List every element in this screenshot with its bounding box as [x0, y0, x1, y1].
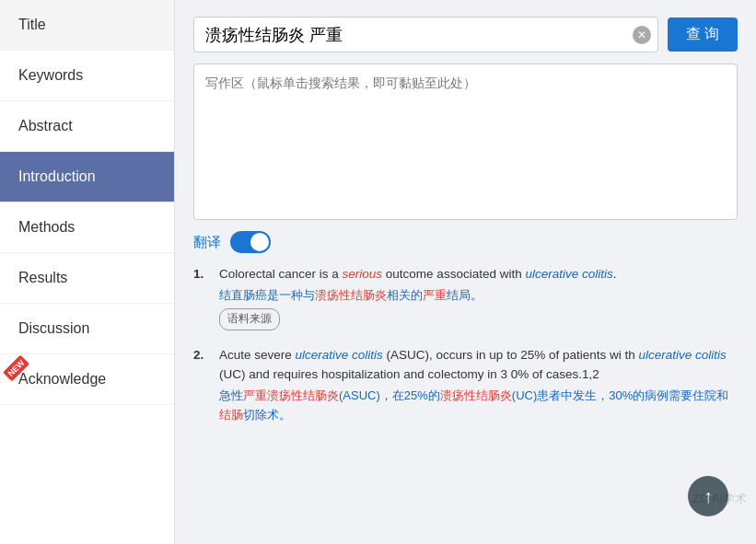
- zh-keyword-serious: 严重: [423, 288, 447, 302]
- search-clear-button[interactable]: ✕: [633, 26, 651, 44]
- translate-label: 翻译: [193, 234, 221, 251]
- result-zh-2: 急性严重溃疡性结肠炎(ASUC)，在25%的溃疡性结肠炎(UC)患者中发生，30…: [219, 387, 738, 425]
- sidebar: Title Keywords Abstract Introduction Met…: [0, 0, 175, 544]
- search-input-wrapper: ✕: [193, 17, 658, 52]
- sidebar-item-label: Discussion: [18, 320, 89, 336]
- translate-toggle[interactable]: [230, 231, 271, 253]
- sidebar-item-label: Results: [18, 270, 67, 285]
- keyword-uc-2a: ulcerative colitis: [296, 348, 383, 362]
- search-button[interactable]: 查 询: [668, 17, 738, 52]
- sidebar-item-label: Keywords: [18, 67, 83, 83]
- results-list: 1. Colorectal cancer is a serious outcom…: [193, 264, 738, 424]
- sidebar-item-keywords[interactable]: Keywords: [0, 51, 174, 101]
- result-number-1: 1.: [193, 264, 212, 330]
- zh-keyword-4: 结肠: [219, 408, 243, 422]
- sidebar-item-label: Introduction: [18, 168, 96, 184]
- result-content-1: Colorectal cancer is a serious outcome a…: [219, 264, 738, 330]
- sidebar-item-results[interactable]: Results: [0, 253, 174, 304]
- keyword-uc-2b: ulcerative colitis: [638, 348, 726, 362]
- result-en-1[interactable]: Colorectal cancer is a serious outcome a…: [219, 264, 738, 284]
- keyword-serious: serious: [343, 267, 383, 281]
- source-tag-1[interactable]: 语料来源: [219, 305, 738, 330]
- sidebar-item-title[interactable]: Title: [0, 0, 174, 51]
- zh-keyword-1: 溃疡性结肠炎: [315, 288, 387, 302]
- search-input[interactable]: [193, 17, 658, 52]
- sidebar-item-introduction[interactable]: Introduction: [0, 152, 174, 203]
- result-number-2: 2.: [193, 345, 212, 425]
- sidebar-item-label: Abstract: [18, 118, 73, 133]
- zh-keyword-3: 溃疡性结肠炎: [440, 388, 512, 402]
- main-content: ✕ 查 询 翻译 1. Colorectal cancer is a serio…: [175, 0, 756, 544]
- sidebar-item-label: Title: [18, 17, 46, 32]
- result-zh-1: 结直肠癌是一种与溃疡性结肠炎相关的严重结局。: [219, 286, 738, 306]
- source-tag-label-1: 语料来源: [219, 308, 280, 330]
- sidebar-item-discussion[interactable]: Discussion: [0, 304, 174, 354]
- zh-keyword-2: 严重溃疡性结肠炎: [243, 388, 339, 402]
- scroll-top-button[interactable]: ↑: [688, 476, 728, 516]
- result-content-2: Acute severe ulcerative colitis (ASUC), …: [219, 345, 738, 425]
- sidebar-item-label: Acknowledge: [18, 371, 106, 387]
- sidebar-item-abstract[interactable]: Abstract: [0, 101, 174, 152]
- search-bar: ✕ 查 询: [193, 17, 738, 52]
- result-item-1: 1. Colorectal cancer is a serious outcom…: [193, 264, 738, 330]
- translate-row: 翻译: [193, 231, 738, 253]
- sidebar-item-label: Methods: [18, 219, 75, 235]
- keyword-uc-1: ulcerative colitis: [525, 267, 612, 281]
- sidebar-item-methods[interactable]: Methods: [0, 203, 174, 253]
- result-en-2[interactable]: Acute severe ulcerative colitis (ASUC), …: [219, 345, 738, 385]
- result-item-2: 2. Acute severe ulcerative colitis (ASUC…: [193, 345, 738, 425]
- sidebar-item-acknowledge[interactable]: Acknowledge: [0, 354, 174, 405]
- writing-area[interactable]: [193, 64, 738, 220]
